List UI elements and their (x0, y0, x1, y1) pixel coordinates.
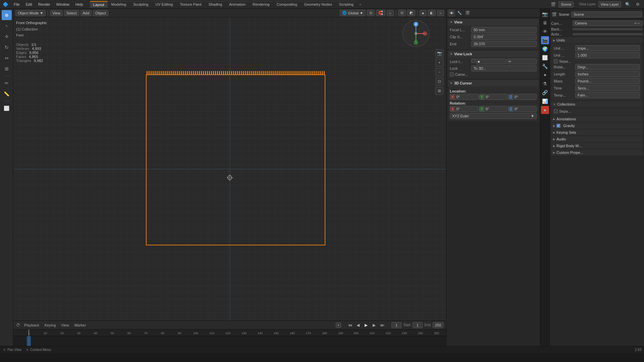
view-menu[interactable]: View (50, 10, 63, 16)
timeline-view-menu[interactable]: View (60, 322, 70, 328)
camera-prop-value[interactable]: Camera 👁 ✏ (573, 20, 643, 26)
view-lock-header[interactable]: ▼ View Lock (448, 51, 539, 57)
cursor-rx-field[interactable]: X 0° (450, 106, 478, 112)
jump-to-start-btn[interactable]: ⏮ (346, 321, 354, 329)
cursor-ry-field[interactable]: Y 0° (479, 106, 507, 112)
camera-perspective-btn[interactable]: 📷 (435, 49, 443, 57)
record-btn[interactable]: ● (336, 322, 341, 328)
prop-tab-scene[interactable]: 🎬 (541, 36, 549, 44)
tool-annotate[interactable]: ✏ (2, 78, 12, 88)
separate-units-checkbox[interactable] (554, 59, 558, 63)
tab-geometry-nodes[interactable]: Geometry Nodes (301, 1, 335, 7)
tab-compositing[interactable]: Compositing (273, 1, 301, 7)
menu-item-file[interactable]: File (11, 2, 22, 7)
scene-tab-n[interactable]: 🎬 (464, 9, 471, 17)
keying-sets-header[interactable]: ▶ Keying Sets (551, 129, 643, 135)
cursor-x-field[interactable]: X 0° (450, 94, 478, 100)
tab-animation[interactable]: Animation (226, 1, 249, 7)
lock-checkbox[interactable] (471, 59, 475, 63)
collections-header[interactable]: ▼ Collections (551, 101, 643, 107)
annotations-header[interactable]: ▶ Annotations (551, 116, 643, 122)
play-btn[interactable]: ▶ (363, 321, 370, 329)
next-frame-btn[interactable]: ▶ (371, 321, 378, 329)
prop-tab-data[interactable]: 📊 (541, 97, 549, 105)
tab-texture-paint[interactable]: Texture Paint (176, 1, 205, 7)
cursor-y-field[interactable]: Y 0° (479, 94, 507, 100)
scene-selector[interactable]: Scene (558, 1, 574, 7)
active-clip-value[interactable] (573, 33, 643, 35)
clip-end-value[interactable]: 39.370 (471, 41, 537, 47)
prop-tab-modifier[interactable]: 🔧 (541, 62, 549, 70)
time-value[interactable]: Seco... (575, 85, 640, 91)
overlay-btn[interactable]: ⊙ (398, 10, 406, 16)
prop-tab-output[interactable]: 🖥 (541, 19, 549, 27)
scene-name-input[interactable]: Scene (571, 11, 642, 17)
tab-rendering[interactable]: Rendering (249, 1, 273, 7)
zoom-out-btn[interactable]: − (435, 68, 443, 76)
length-value[interactable]: Inches (575, 71, 640, 77)
gravity-header[interactable]: ▶ Gravity (551, 123, 643, 129)
rigid-body-header[interactable]: ▶ Rigid Body W... (551, 143, 643, 149)
lock-value[interactable]: To 3D... (471, 65, 537, 71)
marker-menu[interactable]: Marker (73, 322, 87, 328)
mass-value[interactable]: Pound... (575, 78, 640, 84)
proportional-edit-btn[interactable]: ○ (387, 10, 394, 16)
tab-modeling[interactable]: Modeling (108, 1, 130, 7)
view-layer-selector[interactable]: View Layer (598, 1, 621, 7)
snap-btn[interactable]: 🧲 (376, 10, 385, 16)
tool-move[interactable]: ✛ (2, 32, 12, 42)
tab-uv-editing[interactable]: UV Editing (152, 1, 176, 7)
unit-system-value[interactable]: Impe... (575, 45, 640, 51)
timeline-scrubber[interactable] (13, 336, 446, 346)
prop-tab-physics[interactable]: ⚗ (541, 80, 549, 88)
focal-length-value[interactable]: 50 mm (471, 27, 537, 33)
jump-to-end-btn[interactable]: ⏭ (379, 321, 386, 329)
zoom-in-btn[interactable]: + (435, 59, 443, 67)
unit-scale-value[interactable]: 1.000 (575, 52, 640, 58)
prop-tab-world[interactable]: 🌍 (541, 45, 549, 53)
search-button[interactable]: 🔍 (624, 1, 631, 8)
background-value[interactable] (573, 28, 643, 30)
camera-eye-btn[interactable]: 👁 (634, 22, 637, 25)
tool-scale[interactable]: ⇔ (2, 53, 12, 63)
add-workspace-tab[interactable]: + (357, 2, 363, 7)
temperature-value[interactable]: Fahr... (575, 92, 640, 98)
global-transform-btn[interactable]: 🌐 Global ▼ (340, 10, 366, 16)
end-frame[interactable]: 250 (433, 322, 443, 328)
menu-item-render[interactable]: Render (36, 2, 53, 7)
solid-viewport-btn[interactable]: ● (420, 10, 427, 16)
tool-rotate[interactable]: ↻ (2, 42, 12, 52)
view-section-header[interactable]: ▼ View (448, 19, 539, 25)
menu-item-help[interactable]: Help (73, 2, 86, 7)
lock-draw-btn[interactable]: ✏ (507, 59, 537, 64)
rotation-mode-dropdown[interactable]: XYZ Euler ▼ (450, 113, 537, 119)
transform-pivot-btn[interactable]: ⊙ (367, 10, 375, 16)
camera-lock-checkbox[interactable] (450, 72, 454, 76)
custom-props-header[interactable]: ▶ Custom Prope... (551, 149, 643, 156)
prop-tab-object[interactable]: ⬜ (541, 54, 549, 62)
audio-header[interactable]: ▶ Audio (551, 136, 643, 142)
xray-btn[interactable]: ◩ (407, 10, 415, 16)
selected-object[interactable] (146, 74, 325, 245)
menu-item-window[interactable]: Window (54, 2, 72, 7)
lock-to-value[interactable]: ■ (476, 59, 506, 64)
navigation-gizmo[interactable]: Z -Y -X (402, 20, 429, 47)
tab-sculpting[interactable]: Sculpting (130, 1, 152, 7)
tool-select[interactable]: ↖ (2, 21, 12, 31)
object-menu[interactable]: Object (93, 10, 108, 16)
prop-tab-render[interactable]: 📷 (541, 10, 549, 18)
frame-all-btn[interactable]: ⊡ (435, 77, 443, 85)
view-tab[interactable]: 👁 (448, 9, 455, 17)
rotation-prop-value[interactable]: Degr... (575, 64, 640, 70)
prev-frame-btn[interactable]: ◀ (355, 321, 362, 329)
units-header[interactable]: ▶ Units (551, 37, 643, 43)
tab-layout[interactable]: Layout (90, 1, 108, 8)
clip-start-value[interactable]: 0.394' (471, 34, 537, 40)
settings-button[interactable]: ⚙ (634, 1, 641, 8)
toggle-quad-btn[interactable]: ⊞ (435, 87, 443, 95)
gravity-checkbox[interactable] (556, 124, 560, 128)
tab-shading[interactable]: Shading (205, 1, 225, 7)
keying-menu[interactable]: Keying (43, 322, 57, 328)
cursor-rz-field[interactable]: Z 0° (508, 106, 537, 112)
prop-tab-particles[interactable]: ✦ (541, 71, 549, 79)
